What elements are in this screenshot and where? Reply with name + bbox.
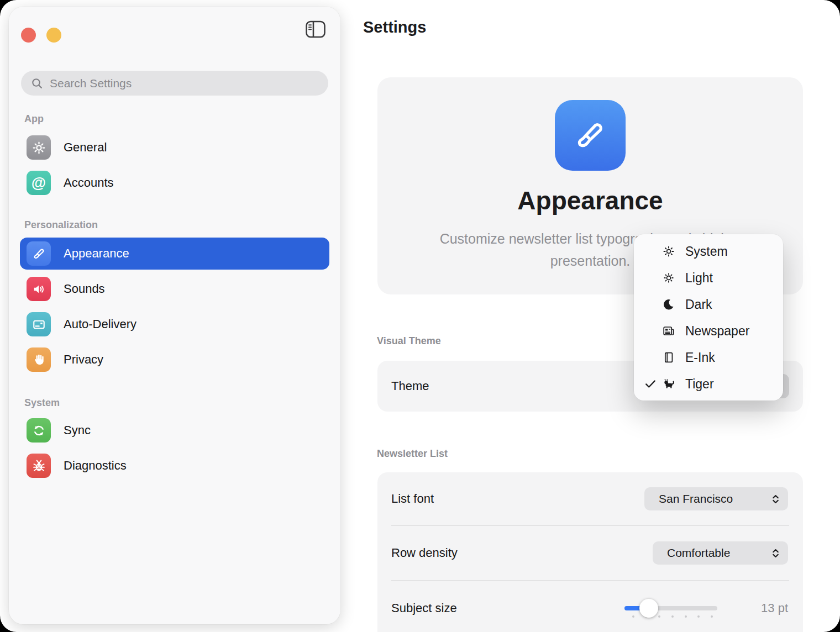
newsletter-list-header: Newsletter List bbox=[377, 448, 448, 460]
theme-popup-menu: System Light Dark bbox=[634, 234, 783, 401]
list-font-row: List font San Francisco bbox=[377, 472, 803, 525]
search-input[interactable] bbox=[49, 76, 316, 91]
search-icon bbox=[30, 77, 44, 90]
search-field[interactable] bbox=[21, 71, 328, 96]
sidebar-item-sync[interactable]: Sync bbox=[20, 414, 329, 446]
sidebar: App General @ Accounts Personalization bbox=[9, 7, 340, 624]
sidebar-section-system: System bbox=[24, 397, 60, 409]
sidebar-item-auto-delivery[interactable]: Auto-Delivery bbox=[20, 308, 329, 340]
subject-size-label: Subject size bbox=[391, 601, 457, 615]
newspaper-icon bbox=[662, 324, 685, 338]
row-density-row: Row density Comfortable bbox=[377, 526, 803, 580]
theme-row-label: Theme bbox=[391, 379, 429, 393]
paintbrush-icon bbox=[27, 241, 51, 266]
gear-icon bbox=[27, 135, 51, 160]
sidebar-item-label: Accounts bbox=[64, 176, 114, 190]
paintbrush-app-icon bbox=[555, 100, 626, 171]
sidebar-item-label: Sync bbox=[64, 423, 91, 438]
menu-item-label: Dark bbox=[685, 297, 712, 312]
menu-item-light[interactable]: Light bbox=[634, 265, 783, 291]
menu-item-newspaper[interactable]: Newspaper bbox=[634, 318, 783, 344]
sidebar-item-accounts[interactable]: @ Accounts bbox=[20, 167, 329, 199]
bug-icon bbox=[27, 454, 51, 478]
book-icon bbox=[662, 351, 685, 364]
subject-size-row: Subject size 13 pt bbox=[377, 581, 803, 632]
at-icon: @ bbox=[27, 171, 51, 195]
close-window-button[interactable] bbox=[21, 28, 36, 43]
sidebar-section-personalization: Personalization bbox=[24, 219, 98, 231]
menu-item-label: System bbox=[685, 244, 728, 259]
list-font-label: List font bbox=[391, 492, 434, 506]
settings-window: App General @ Accounts Personalization bbox=[0, 0, 840, 632]
sidebar-item-general[interactable]: General bbox=[20, 131, 329, 164]
row-density-value: Comfortable bbox=[667, 546, 730, 560]
sidebar-item-appearance[interactable]: Appearance bbox=[20, 238, 329, 270]
gear-icon bbox=[662, 245, 685, 258]
visual-theme-header: Visual Theme bbox=[377, 335, 441, 347]
cat-icon bbox=[662, 377, 685, 391]
speaker-icon bbox=[27, 277, 51, 301]
sidebar-item-label: Appearance bbox=[64, 246, 129, 261]
sun-icon bbox=[662, 271, 685, 285]
sync-arrows-icon bbox=[27, 418, 51, 443]
newsletter-list-card: List font San Francisco Row density Comf… bbox=[377, 472, 803, 632]
menu-item-system[interactable]: System bbox=[634, 238, 783, 265]
hero-title: Appearance bbox=[377, 186, 803, 215]
check-icon bbox=[644, 378, 662, 390]
subject-size-slider[interactable] bbox=[624, 606, 717, 610]
menu-item-label: E-Ink bbox=[685, 350, 715, 365]
sidebar-item-label: Privacy bbox=[64, 352, 103, 367]
menu-item-label: Newspaper bbox=[685, 324, 749, 339]
sidebar-toggle-icon[interactable] bbox=[305, 20, 326, 39]
chevron-up-down-icon bbox=[771, 549, 780, 558]
sidebar-item-privacy[interactable]: Privacy bbox=[20, 344, 329, 376]
sidebar-item-label: General bbox=[64, 140, 107, 155]
subject-size-slider-thumb[interactable] bbox=[639, 599, 658, 618]
minimize-window-button[interactable] bbox=[46, 28, 61, 43]
menu-item-label: Light bbox=[685, 271, 713, 286]
menu-item-e-ink[interactable]: E-Ink bbox=[634, 344, 783, 371]
row-density-dropdown[interactable]: Comfortable bbox=[653, 541, 788, 565]
page-title: Settings bbox=[363, 18, 426, 36]
menu-item-dark[interactable]: Dark bbox=[634, 291, 783, 318]
postcard-icon bbox=[27, 312, 51, 336]
sidebar-item-diagnostics[interactable]: Diagnostics bbox=[20, 450, 329, 482]
sidebar-item-label: Auto-Delivery bbox=[64, 317, 136, 331]
hand-icon bbox=[27, 347, 51, 372]
row-density-label: Row density bbox=[391, 546, 458, 560]
subject-size-value: 13 pt bbox=[754, 601, 788, 615]
sidebar-item-label: Sounds bbox=[64, 282, 105, 296]
menu-item-label: Tiger bbox=[685, 377, 714, 392]
menu-item-tiger[interactable]: Tiger bbox=[634, 371, 783, 397]
moon-icon bbox=[662, 298, 685, 311]
list-font-value: San Francisco bbox=[659, 492, 733, 505]
list-font-dropdown[interactable]: San Francisco bbox=[644, 487, 788, 510]
sidebar-item-sounds[interactable]: Sounds bbox=[20, 273, 329, 305]
sidebar-section-app: App bbox=[24, 113, 44, 125]
chevron-up-down-icon bbox=[771, 494, 780, 504]
sidebar-item-label: Diagnostics bbox=[64, 459, 127, 473]
